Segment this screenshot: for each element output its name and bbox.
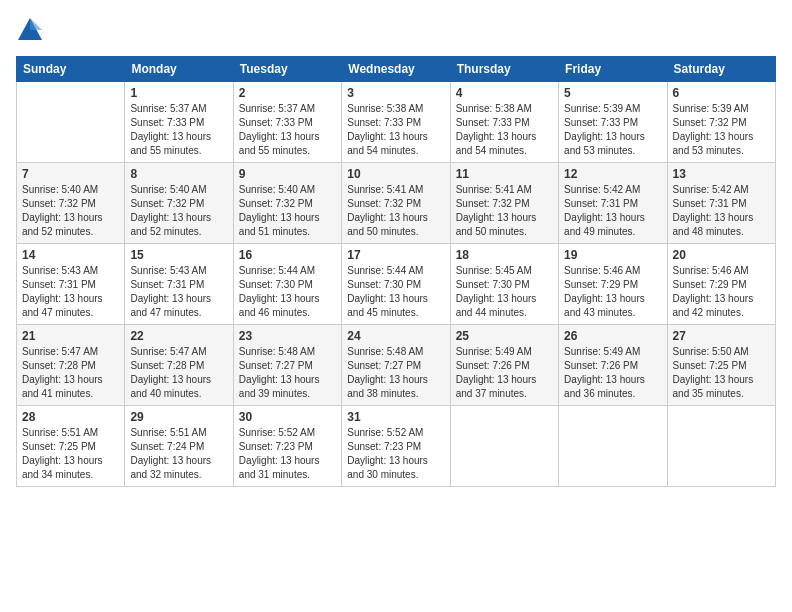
day-number: 29 [130,410,227,424]
calendar-cell: 11Sunrise: 5:41 AM Sunset: 7:32 PM Dayli… [450,163,558,244]
calendar-cell: 19Sunrise: 5:46 AM Sunset: 7:29 PM Dayli… [559,244,667,325]
day-info: Sunrise: 5:46 AM Sunset: 7:29 PM Dayligh… [673,264,770,320]
day-header-thursday: Thursday [450,57,558,82]
calendar-cell: 26Sunrise: 5:49 AM Sunset: 7:26 PM Dayli… [559,325,667,406]
day-info: Sunrise: 5:41 AM Sunset: 7:32 PM Dayligh… [456,183,553,239]
day-info: Sunrise: 5:48 AM Sunset: 7:27 PM Dayligh… [239,345,336,401]
day-number: 12 [564,167,661,181]
calendar-cell: 4Sunrise: 5:38 AM Sunset: 7:33 PM Daylig… [450,82,558,163]
calendar-cell: 23Sunrise: 5:48 AM Sunset: 7:27 PM Dayli… [233,325,341,406]
calendar-cell: 15Sunrise: 5:43 AM Sunset: 7:31 PM Dayli… [125,244,233,325]
calendar-week-row: 21Sunrise: 5:47 AM Sunset: 7:28 PM Dayli… [17,325,776,406]
day-info: Sunrise: 5:39 AM Sunset: 7:33 PM Dayligh… [564,102,661,158]
day-number: 31 [347,410,444,424]
calendar-week-row: 28Sunrise: 5:51 AM Sunset: 7:25 PM Dayli… [17,406,776,487]
svg-marker-1 [30,18,42,30]
calendar-cell: 7Sunrise: 5:40 AM Sunset: 7:32 PM Daylig… [17,163,125,244]
calendar-cell: 29Sunrise: 5:51 AM Sunset: 7:24 PM Dayli… [125,406,233,487]
day-number: 14 [22,248,119,262]
day-header-sunday: Sunday [17,57,125,82]
day-number: 10 [347,167,444,181]
calendar-cell: 28Sunrise: 5:51 AM Sunset: 7:25 PM Dayli… [17,406,125,487]
day-info: Sunrise: 5:37 AM Sunset: 7:33 PM Dayligh… [239,102,336,158]
day-info: Sunrise: 5:47 AM Sunset: 7:28 PM Dayligh… [22,345,119,401]
logo [16,16,48,44]
day-info: Sunrise: 5:40 AM Sunset: 7:32 PM Dayligh… [239,183,336,239]
day-info: Sunrise: 5:38 AM Sunset: 7:33 PM Dayligh… [347,102,444,158]
calendar-cell: 25Sunrise: 5:49 AM Sunset: 7:26 PM Dayli… [450,325,558,406]
day-info: Sunrise: 5:45 AM Sunset: 7:30 PM Dayligh… [456,264,553,320]
day-info: Sunrise: 5:39 AM Sunset: 7:32 PM Dayligh… [673,102,770,158]
calendar-table: SundayMondayTuesdayWednesdayThursdayFrid… [16,56,776,487]
calendar-week-row: 1Sunrise: 5:37 AM Sunset: 7:33 PM Daylig… [17,82,776,163]
day-number: 4 [456,86,553,100]
calendar-cell: 5Sunrise: 5:39 AM Sunset: 7:33 PM Daylig… [559,82,667,163]
day-number: 5 [564,86,661,100]
day-number: 20 [673,248,770,262]
day-info: Sunrise: 5:42 AM Sunset: 7:31 PM Dayligh… [564,183,661,239]
calendar-cell: 31Sunrise: 5:52 AM Sunset: 7:23 PM Dayli… [342,406,450,487]
day-number: 7 [22,167,119,181]
day-number: 15 [130,248,227,262]
day-number: 19 [564,248,661,262]
calendar-header-row: SundayMondayTuesdayWednesdayThursdayFrid… [17,57,776,82]
page-header [16,16,776,44]
calendar-cell: 3Sunrise: 5:38 AM Sunset: 7:33 PM Daylig… [342,82,450,163]
day-header-monday: Monday [125,57,233,82]
calendar-cell: 12Sunrise: 5:42 AM Sunset: 7:31 PM Dayli… [559,163,667,244]
day-info: Sunrise: 5:43 AM Sunset: 7:31 PM Dayligh… [130,264,227,320]
calendar-cell: 10Sunrise: 5:41 AM Sunset: 7:32 PM Dayli… [342,163,450,244]
day-header-friday: Friday [559,57,667,82]
calendar-cell: 16Sunrise: 5:44 AM Sunset: 7:30 PM Dayli… [233,244,341,325]
day-number: 24 [347,329,444,343]
day-info: Sunrise: 5:51 AM Sunset: 7:24 PM Dayligh… [130,426,227,482]
day-number: 22 [130,329,227,343]
calendar-cell: 24Sunrise: 5:48 AM Sunset: 7:27 PM Dayli… [342,325,450,406]
calendar-cell: 21Sunrise: 5:47 AM Sunset: 7:28 PM Dayli… [17,325,125,406]
day-number: 2 [239,86,336,100]
day-number: 26 [564,329,661,343]
day-info: Sunrise: 5:49 AM Sunset: 7:26 PM Dayligh… [456,345,553,401]
day-info: Sunrise: 5:43 AM Sunset: 7:31 PM Dayligh… [22,264,119,320]
day-number: 13 [673,167,770,181]
calendar-cell [559,406,667,487]
calendar-cell: 17Sunrise: 5:44 AM Sunset: 7:30 PM Dayli… [342,244,450,325]
calendar-cell: 9Sunrise: 5:40 AM Sunset: 7:32 PM Daylig… [233,163,341,244]
day-info: Sunrise: 5:51 AM Sunset: 7:25 PM Dayligh… [22,426,119,482]
day-info: Sunrise: 5:48 AM Sunset: 7:27 PM Dayligh… [347,345,444,401]
calendar-cell [17,82,125,163]
day-info: Sunrise: 5:44 AM Sunset: 7:30 PM Dayligh… [239,264,336,320]
day-number: 16 [239,248,336,262]
day-number: 6 [673,86,770,100]
day-number: 8 [130,167,227,181]
day-info: Sunrise: 5:46 AM Sunset: 7:29 PM Dayligh… [564,264,661,320]
day-header-tuesday: Tuesday [233,57,341,82]
calendar-cell: 30Sunrise: 5:52 AM Sunset: 7:23 PM Dayli… [233,406,341,487]
day-number: 3 [347,86,444,100]
day-number: 1 [130,86,227,100]
calendar-cell: 27Sunrise: 5:50 AM Sunset: 7:25 PM Dayli… [667,325,775,406]
day-info: Sunrise: 5:37 AM Sunset: 7:33 PM Dayligh… [130,102,227,158]
day-number: 11 [456,167,553,181]
day-info: Sunrise: 5:44 AM Sunset: 7:30 PM Dayligh… [347,264,444,320]
day-number: 18 [456,248,553,262]
day-header-wednesday: Wednesday [342,57,450,82]
day-number: 9 [239,167,336,181]
calendar-cell [667,406,775,487]
calendar-cell: 13Sunrise: 5:42 AM Sunset: 7:31 PM Dayli… [667,163,775,244]
day-number: 27 [673,329,770,343]
logo-icon [16,16,44,44]
calendar-cell: 18Sunrise: 5:45 AM Sunset: 7:30 PM Dayli… [450,244,558,325]
day-number: 21 [22,329,119,343]
calendar-cell [450,406,558,487]
calendar-week-row: 14Sunrise: 5:43 AM Sunset: 7:31 PM Dayli… [17,244,776,325]
calendar-cell: 14Sunrise: 5:43 AM Sunset: 7:31 PM Dayli… [17,244,125,325]
day-info: Sunrise: 5:40 AM Sunset: 7:32 PM Dayligh… [22,183,119,239]
day-number: 23 [239,329,336,343]
day-number: 30 [239,410,336,424]
day-info: Sunrise: 5:41 AM Sunset: 7:32 PM Dayligh… [347,183,444,239]
day-header-saturday: Saturday [667,57,775,82]
day-info: Sunrise: 5:52 AM Sunset: 7:23 PM Dayligh… [239,426,336,482]
day-info: Sunrise: 5:40 AM Sunset: 7:32 PM Dayligh… [130,183,227,239]
calendar-cell: 1Sunrise: 5:37 AM Sunset: 7:33 PM Daylig… [125,82,233,163]
